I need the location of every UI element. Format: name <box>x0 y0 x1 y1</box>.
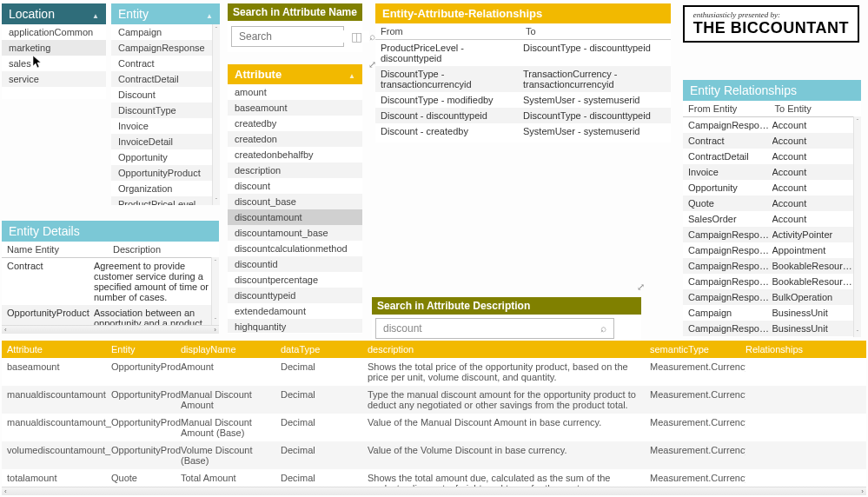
attribute-item[interactable]: description <box>228 162 362 178</box>
attribute-item[interactable]: createdby <box>228 116 362 131</box>
search-icon[interactable]: ⌕ <box>600 322 606 335</box>
search-desc-box[interactable]: ⌕ <box>375 318 614 339</box>
entity-rel-row[interactable]: CampaignResponseBusinessUnit <box>683 321 861 336</box>
entity-rel-title: Entity Relationships <box>690 83 797 97</box>
ear-colhead: From To <box>375 23 671 40</box>
entity-rel-row[interactable]: CampaignResponseAppointment <box>683 242 861 258</box>
brand-title: THE BICCOUNTANT <box>693 19 849 37</box>
attribute-item[interactable]: discounttypeid <box>228 288 362 303</box>
location-item[interactable]: applicationCommon <box>2 24 106 40</box>
ear-body: ProductPriceLevel - discounttypeidDiscou… <box>375 40 671 139</box>
results-row[interactable]: volumediscountamount_baseOpportunityProd… <box>2 441 866 469</box>
scrollbar-vertical[interactable]: ˆˇ <box>212 24 220 205</box>
location-title: Location <box>9 7 55 21</box>
ear-col-to[interactable]: To <box>526 26 666 36</box>
attribute-item[interactable]: extendedamount <box>228 303 362 319</box>
col-from-entity[interactable]: From Entity <box>688 103 770 114</box>
entity-rel-row[interactable]: CampaignResponseActivityPointer <box>683 227 861 242</box>
entity-item[interactable]: Organization <box>111 181 220 196</box>
entity-rel-row[interactable]: CampaignResponseBookableResourceBooking <box>683 258 861 274</box>
search-icon[interactable]: ⌕ <box>369 30 375 43</box>
col-name-entity[interactable]: Name Entity <box>7 244 108 255</box>
entity-rel-row[interactable]: SalesOrderAccount <box>683 211 861 227</box>
col-to-entity[interactable]: To Entity <box>775 103 857 114</box>
collapse-icon[interactable] <box>343 68 355 81</box>
attribute-item[interactable]: amount <box>228 84 362 100</box>
entity-item[interactable]: Discount <box>111 87 220 103</box>
attribute-item[interactable]: discountpercentage <box>228 272 362 288</box>
entity-rel-row[interactable]: CampaignResponseAccount <box>683 117 861 133</box>
col-description[interactable]: description <box>368 344 650 355</box>
results-row[interactable]: manualdiscountamountOpportunityProductMa… <box>2 386 866 414</box>
focus-mode-icon[interactable]: ⤢ <box>637 282 645 293</box>
ear-header: Entity-Attribute-Relationships <box>375 3 671 23</box>
entity-rel-row[interactable]: ContractAccount <box>683 133 861 149</box>
collapse-icon[interactable] <box>201 7 213 21</box>
eraser-icon[interactable]: ◫ <box>351 30 362 43</box>
entity-item[interactable]: ContractDetail <box>111 71 220 87</box>
attribute-item[interactable]: baseamount <box>228 100 362 116</box>
scrollbar-vertical[interactable]: ˆˇ <box>211 257 219 325</box>
location-item[interactable]: sales <box>2 56 106 71</box>
results-row[interactable]: manualdiscountamount_baseOpportunityProd… <box>2 414 866 441</box>
entity-rel-body: CampaignResponseAccountContractAccountCo… <box>683 117 861 340</box>
entity-details-body: ContractAgreement to provide customer se… <box>2 258 219 331</box>
entity-item[interactable]: Opportunity <box>111 149 220 165</box>
entity-item[interactable]: InvoiceDetail <box>111 134 220 149</box>
results-row[interactable]: baseamountOpportunityProductAmountDecima… <box>2 358 866 386</box>
results-body: baseamountOpportunityProductAmountDecima… <box>2 358 866 497</box>
location-item[interactable]: marketing <box>2 40 106 56</box>
ear-row[interactable]: ProductPriceLevel - discounttypeidDiscou… <box>375 40 671 66</box>
entity-details-title: Entity Details <box>9 224 80 238</box>
search-desc-input[interactable] <box>383 322 600 335</box>
entity-item[interactable]: DiscountType <box>111 103 220 118</box>
col-description[interactable]: Description <box>113 244 214 255</box>
entity-rel-row[interactable]: CampaignBusinessUnit <box>683 305 861 321</box>
entity-item[interactable]: Campaign <box>111 24 220 40</box>
entity-rel-row[interactable]: QuoteAccount <box>683 195 861 211</box>
search-name-input[interactable] <box>239 30 369 43</box>
entity-details-row[interactable]: ContractAgreement to provide customer se… <box>2 258 219 305</box>
collapse-icon[interactable] <box>87 7 99 21</box>
attribute-item[interactable]: discount <box>228 178 362 194</box>
entity-rel-header: Entity Relationships <box>683 80 861 101</box>
entity-item[interactable]: ProductPriceLevel <box>111 196 220 205</box>
scrollbar-horizontal[interactable]: ‹› <box>2 487 866 495</box>
attribute-item[interactable]: discountid <box>228 256 362 272</box>
ear-row[interactable]: DiscountType - transactioncurrencyidTran… <box>375 66 671 92</box>
attribute-item[interactable]: discount_base <box>228 194 362 209</box>
entity-item[interactable]: OpportunityProduct <box>111 165 220 181</box>
col-displayname[interactable]: displayName <box>181 344 281 355</box>
entity-rel-row[interactable]: ContractDetailAccount <box>683 149 861 164</box>
entity-item[interactable]: Contract <box>111 56 220 71</box>
ear-row[interactable]: Discount - createdbySystemUser - systemu… <box>375 123 671 139</box>
attribute-item[interactable]: discountamount <box>228 209 362 225</box>
entity-title: Entity <box>118 7 149 21</box>
search-name-box[interactable]: ⌕ <box>231 26 344 47</box>
scrollbar-vertical[interactable]: ˆˇ <box>853 116 861 337</box>
entity-item[interactable]: Invoice <box>111 118 220 134</box>
scrollbar-horizontal[interactable]: ‹› <box>2 325 219 334</box>
attribute-item[interactable]: highquantity <box>228 319 362 333</box>
entity-rel-row[interactable]: CampaignResponseBulkOperation <box>683 289 861 305</box>
attribute-item[interactable]: createdon <box>228 131 362 147</box>
entity-rel-row[interactable]: CampaignResponseBookableResourceBookingH… <box>683 274 861 289</box>
col-relationships[interactable]: Relationships <box>745 344 861 355</box>
ear-row[interactable]: DiscountType - modifiedbySystemUser - sy… <box>375 92 671 108</box>
location-header: Location <box>2 3 106 24</box>
brand-logo: enthusiasticly presented by: THE BICCOUN… <box>683 5 859 43</box>
col-entity[interactable]: Entity <box>111 344 181 355</box>
col-semantictype[interactable]: semanticType <box>650 344 745 355</box>
location-item[interactable]: service <box>2 71 106 87</box>
ear-col-from[interactable]: From <box>381 26 520 36</box>
attribute-item[interactable]: createdonbehalfby <box>228 147 362 162</box>
col-attribute[interactable]: Attribute <box>7 344 111 355</box>
attribute-item[interactable]: discountcalculationmethod <box>228 241 362 256</box>
entity-rel-row[interactable]: OpportunityAccount <box>683 180 861 195</box>
attribute-item[interactable]: discountamount_base <box>228 225 362 241</box>
ear-row[interactable]: Discount - discounttypeidDiscountType - … <box>375 108 671 123</box>
entity-item[interactable]: CampaignResponse <box>111 40 220 56</box>
col-datatype[interactable]: dataType <box>281 344 368 355</box>
entity-rel-row[interactable]: InvoiceAccount <box>683 164 861 180</box>
entity-rel-row[interactable]: ContractBusinessUnit <box>683 336 861 340</box>
